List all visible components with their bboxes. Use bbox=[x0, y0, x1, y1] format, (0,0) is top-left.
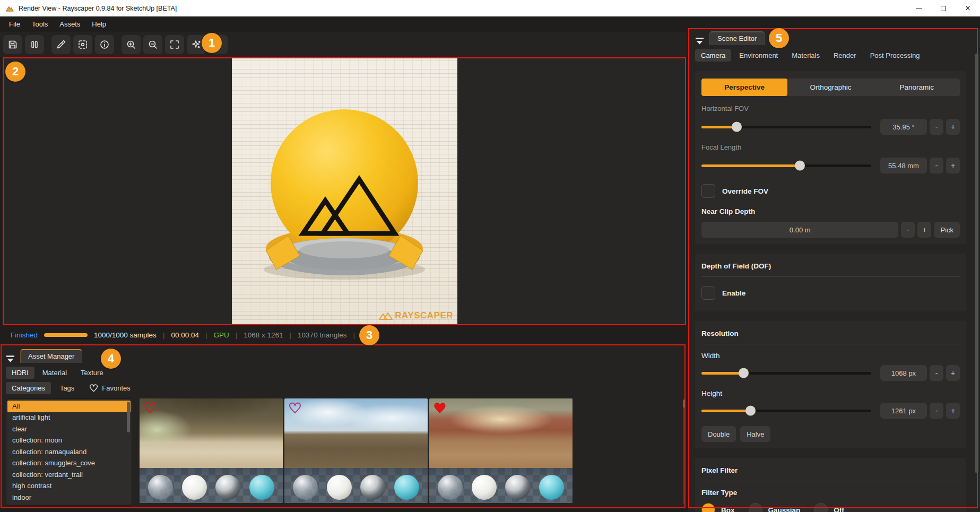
zoom-out-button[interactable] bbox=[143, 35, 162, 54]
heart-outline-icon bbox=[89, 384, 98, 392]
focal-length-label: Focal Length bbox=[701, 143, 960, 151]
slider-thumb[interactable] bbox=[732, 122, 742, 132]
category-list[interactable]: All artificial light clear collection: m… bbox=[6, 398, 132, 506]
tab-render[interactable]: Render bbox=[828, 49, 862, 62]
lighting-button[interactable] bbox=[209, 35, 228, 54]
width-value[interactable]: 1068 px bbox=[880, 365, 927, 381]
category-item[interactable]: collection: namaqualand bbox=[7, 446, 131, 458]
slider-thumb[interactable] bbox=[795, 161, 805, 171]
tab-material[interactable]: Material bbox=[37, 367, 73, 379]
pause-button[interactable] bbox=[25, 35, 44, 54]
slider-thumb[interactable] bbox=[745, 406, 756, 416]
height-value[interactable]: 1261 px bbox=[880, 403, 927, 419]
scene-editor-scrollbar[interactable] bbox=[975, 54, 978, 473]
filter-type-off-option[interactable]: Off bbox=[814, 503, 844, 512]
halve-button[interactable]: Halve bbox=[740, 426, 770, 442]
focal-length-value[interactable]: 55.48 mm bbox=[880, 158, 927, 173]
category-item[interactable]: high contrast bbox=[7, 481, 131, 492]
menu-file[interactable]: File bbox=[4, 18, 25, 30]
double-button[interactable]: Double bbox=[701, 426, 736, 442]
category-item[interactable]: clear bbox=[7, 423, 131, 435]
chrome-sphere bbox=[505, 475, 530, 500]
scene-editor-tab[interactable]: Scene Editor bbox=[709, 31, 765, 45]
near-clip-decrement-button[interactable]: - bbox=[901, 222, 915, 238]
tab-categories[interactable]: Categories bbox=[6, 382, 51, 394]
maximize-icon[interactable] bbox=[931, 0, 956, 16]
fov-decrement-button[interactable]: - bbox=[930, 119, 943, 135]
menu-tools[interactable]: Tools bbox=[27, 18, 53, 30]
tab-post-processing[interactable]: Post Processing bbox=[864, 49, 926, 62]
radio-selected-icon[interactable] bbox=[701, 503, 715, 512]
horizontal-fov-slider[interactable] bbox=[701, 126, 871, 128]
category-list-scrollbar[interactable] bbox=[127, 402, 130, 432]
focal-decrement-button[interactable]: - bbox=[930, 158, 943, 173]
tab-tags[interactable]: Tags bbox=[54, 382, 80, 394]
tab-texture[interactable]: Texture bbox=[75, 367, 109, 379]
favorite-heart-outline-icon[interactable] bbox=[289, 402, 301, 414]
fov-increment-button[interactable]: + bbox=[946, 119, 960, 135]
hdri-thumbnail-1[interactable] bbox=[140, 398, 283, 503]
dof-enable-checkbox[interactable] bbox=[701, 286, 715, 300]
asset-manager-tab[interactable]: Asset Manager bbox=[20, 349, 82, 363]
render-resolution: 1068 x 1261 bbox=[244, 331, 283, 339]
render-region-button[interactable] bbox=[73, 35, 92, 54]
category-item-selected[interactable]: All bbox=[7, 401, 131, 412]
width-slider[interactable] bbox=[701, 372, 871, 375]
hdri-thumbnail-3[interactable] bbox=[429, 398, 573, 503]
height-increment-button[interactable]: + bbox=[946, 403, 960, 419]
category-item[interactable]: collection: smugglers_cove bbox=[7, 458, 131, 470]
white-sphere bbox=[472, 475, 497, 500]
tab-hdri[interactable]: HDRI bbox=[6, 367, 34, 379]
tab-camera[interactable]: Camera bbox=[695, 49, 731, 62]
height-decrement-button[interactable]: - bbox=[930, 403, 943, 419]
color-picker-button[interactable] bbox=[51, 35, 71, 54]
tab-favorites[interactable]: Favorites bbox=[83, 382, 136, 394]
height-slider[interactable] bbox=[701, 410, 871, 412]
projection-perspective[interactable]: Perspective bbox=[701, 79, 787, 96]
menu-assets[interactable]: Assets bbox=[55, 18, 85, 30]
asset-manager-panel: Asset Manager HDRI Material Texture Cate… bbox=[1, 345, 686, 508]
radio-icon[interactable] bbox=[814, 503, 828, 512]
watermark: RAYSCAPER bbox=[379, 310, 453, 321]
slider-thumb[interactable] bbox=[739, 368, 749, 378]
fit-view-button[interactable] bbox=[165, 35, 184, 54]
minimize-icon[interactable] bbox=[907, 0, 931, 16]
width-increment-button[interactable]: + bbox=[946, 365, 960, 381]
samples-count: 1000/1000 samples bbox=[94, 331, 157, 339]
save-button[interactable] bbox=[3, 35, 22, 54]
tab-environment[interactable]: Environment bbox=[733, 49, 784, 62]
filter-type-box-option[interactable]: Box bbox=[701, 503, 735, 512]
progress-bar bbox=[44, 333, 88, 337]
pick-button[interactable]: Pick bbox=[934, 222, 960, 238]
tab-materials[interactable]: Materials bbox=[786, 49, 826, 62]
category-item[interactable]: collection: verdant_trail bbox=[7, 469, 131, 481]
favorite-heart-outline-icon[interactable] bbox=[144, 402, 157, 414]
panel-menu-icon[interactable] bbox=[695, 38, 704, 45]
category-item[interactable]: indoor bbox=[7, 492, 131, 504]
hdri-thumbnail-2[interactable] bbox=[284, 398, 428, 503]
close-icon[interactable]: ✕ bbox=[956, 0, 980, 16]
override-fov-checkbox[interactable] bbox=[701, 184, 715, 198]
width-decrement-button[interactable]: - bbox=[930, 365, 943, 381]
category-item[interactable]: artificial light bbox=[7, 412, 131, 424]
info-button[interactable] bbox=[95, 35, 114, 54]
focal-length-slider[interactable] bbox=[701, 164, 871, 167]
near-clip-increment-button[interactable]: + bbox=[917, 222, 931, 238]
projection-panoramic[interactable]: Panoramic bbox=[874, 79, 960, 96]
menu-help[interactable]: Help bbox=[87, 18, 111, 30]
filter-type-gaussian-option[interactable]: Gaussian bbox=[749, 503, 801, 512]
horizontal-fov-value[interactable]: 35.95 ° bbox=[880, 119, 927, 135]
projection-orthographic[interactable]: Orthographic bbox=[787, 79, 873, 96]
denoise-button[interactable] bbox=[187, 35, 206, 54]
panel-menu-icon[interactable] bbox=[6, 355, 15, 363]
hdri-grid-scrollbar[interactable] bbox=[683, 398, 686, 505]
focal-increment-button[interactable]: + bbox=[946, 158, 960, 173]
scrollbar-thumb[interactable] bbox=[683, 400, 686, 408]
zoom-in-button[interactable] bbox=[122, 35, 141, 54]
render-viewport[interactable]: RAYSCAPER bbox=[3, 57, 686, 325]
favorite-heart-filled-icon[interactable] bbox=[433, 402, 446, 414]
radio-icon[interactable] bbox=[749, 503, 762, 512]
near-clip-input[interactable]: 0.00 m bbox=[701, 222, 898, 238]
category-item[interactable]: collection: moon bbox=[7, 435, 131, 447]
override-fov-label: Override FOV bbox=[722, 187, 768, 195]
